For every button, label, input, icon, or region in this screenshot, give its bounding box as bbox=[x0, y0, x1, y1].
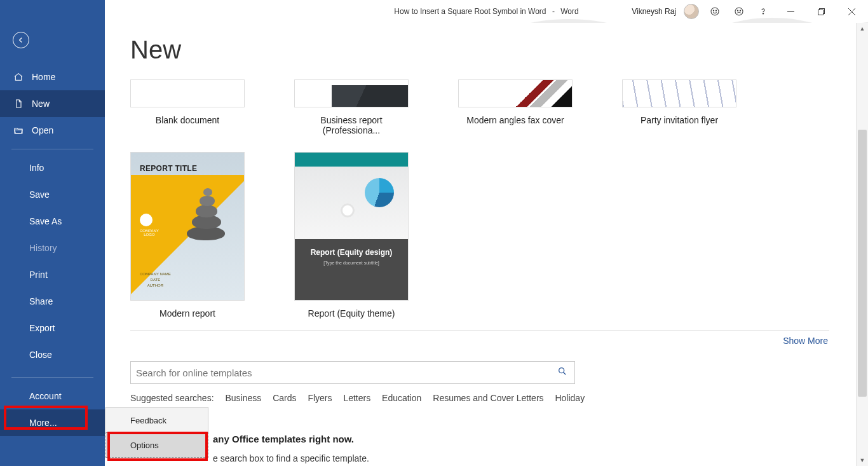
flyout-item-feedback[interactable]: Feedback bbox=[106, 408, 208, 433]
sidebar-item-close[interactable]: Close bbox=[0, 341, 105, 368]
template-label: Business report (Professiona... bbox=[294, 115, 409, 135]
template-report-equity[interactable]: Report (Equity design) [Type the documen… bbox=[294, 152, 409, 319]
scroll-thumb[interactable] bbox=[858, 130, 867, 397]
sidebar-label-close: Close bbox=[29, 350, 52, 360]
sidebar-item-save-as[interactable]: Save As bbox=[0, 208, 105, 235]
sidebar-item-export[interactable]: Export bbox=[0, 315, 105, 341]
thumb-subtitle: [Type the document subtitle] bbox=[302, 261, 400, 265]
svg-point-5 bbox=[740, 10, 740, 11]
template-thumb: ◎LogoName bbox=[294, 79, 409, 107]
sidebar-item-save[interactable]: Save bbox=[0, 181, 105, 208]
help-icon[interactable] bbox=[755, 3, 771, 20]
suggested-link[interactable]: Letters bbox=[343, 393, 370, 403]
svg-point-4 bbox=[737, 10, 738, 11]
sidebar-label-export: Export bbox=[29, 323, 55, 333]
title-bar: How to Insert a Square Root Symbol in Wo… bbox=[105, 0, 868, 23]
scroll-track[interactable] bbox=[858, 34, 867, 455]
more-flyout-menu: Feedback Options bbox=[105, 407, 208, 458]
scroll-up-icon[interactable]: ▲ bbox=[857, 23, 868, 34]
window-close-button[interactable] bbox=[840, 3, 863, 20]
doc-name: How to Insert a Square Root Symbol in Wo… bbox=[394, 7, 546, 16]
suggested-link[interactable]: Holiday bbox=[555, 393, 585, 403]
sidebar-item-account[interactable]: Account bbox=[0, 383, 105, 409]
svg-rect-9 bbox=[818, 10, 823, 15]
suggested-link[interactable]: Resumes and Cover Letters bbox=[433, 393, 543, 403]
flyout-item-options[interactable]: Options bbox=[105, 432, 208, 458]
sidebar-item-history: History bbox=[0, 235, 105, 261]
thumb-sublogo: COMPANY LOGO bbox=[140, 229, 159, 236]
template-thumb: REPORT TITLE COMPANY LOGO COMPANY NAME D… bbox=[130, 152, 245, 301]
template-thumb bbox=[622, 79, 736, 107]
template-row-1: Blank document ◎LogoName Business report… bbox=[130, 79, 832, 135]
suggested-link[interactable]: Flyers bbox=[308, 393, 332, 403]
title-separator: - bbox=[552, 7, 555, 16]
sidebar-label-save-as: Save As bbox=[29, 216, 62, 226]
svg-point-1 bbox=[713, 10, 714, 11]
frown-feedback-icon[interactable] bbox=[731, 3, 747, 20]
window-minimize-button[interactable] bbox=[779, 3, 802, 20]
account-name[interactable]: Vikneysh Raj bbox=[632, 7, 676, 16]
sidebar-separator-2 bbox=[11, 377, 93, 378]
suggested-link[interactable]: Cards bbox=[273, 393, 296, 403]
sidebar-label-open: Open bbox=[32, 125, 53, 135]
app-name: Word bbox=[560, 7, 578, 16]
search-icon[interactable] bbox=[555, 366, 569, 379]
sidebar-item-new[interactable]: New bbox=[0, 90, 105, 117]
sidebar-label-share: Share bbox=[29, 296, 53, 306]
offline-note: any Office templates right now. e search… bbox=[130, 434, 832, 463]
sidebar-separator bbox=[11, 149, 93, 149]
sidebar-item-home[interactable]: Home bbox=[0, 64, 105, 90]
suggested-link[interactable]: Business bbox=[225, 393, 261, 403]
smile-feedback-icon[interactable] bbox=[707, 3, 723, 20]
template-business-report[interactable]: ◎LogoName Business report (Professiona..… bbox=[294, 79, 409, 135]
svg-point-0 bbox=[711, 8, 719, 15]
template-label: Blank document bbox=[130, 115, 245, 125]
show-more-label: Show More bbox=[783, 336, 828, 346]
flyout-label-feedback: Feedback bbox=[130, 416, 166, 425]
template-label: Modern angles fax cover bbox=[458, 115, 573, 125]
sidebar-item-share[interactable]: Share bbox=[0, 288, 105, 315]
sidebar-item-open[interactable]: Open bbox=[0, 117, 105, 144]
sidebar-item-info[interactable]: Info bbox=[0, 154, 105, 181]
home-icon bbox=[13, 72, 24, 82]
offline-note-heading: any Office templates right now. bbox=[213, 434, 832, 444]
account-avatar[interactable] bbox=[684, 4, 699, 19]
suggested-link[interactable]: Education bbox=[382, 393, 421, 403]
template-thumb bbox=[130, 79, 245, 107]
scroll-down-icon[interactable]: ▼ bbox=[857, 455, 868, 466]
thumb-meta: COMPANY NAME DATE AUTHOR bbox=[140, 271, 171, 289]
sidebar-label-history: History bbox=[29, 243, 57, 253]
template-party-invitation[interactable]: Party invitation flyer bbox=[622, 79, 736, 135]
backstage-sidebar: Home New Open Info Save Save As History … bbox=[0, 0, 105, 466]
svg-point-6 bbox=[763, 13, 763, 14]
template-row-2: REPORT TITLE COMPANY LOGO COMPANY NAME D… bbox=[130, 152, 832, 319]
flyout-label-options: Options bbox=[130, 441, 159, 450]
template-modern-angles-fax[interactable]: Modern angles fax cover bbox=[458, 79, 573, 135]
svg-point-12 bbox=[559, 368, 564, 373]
sidebar-label-info: Info bbox=[29, 163, 44, 173]
template-modern-report[interactable]: REPORT TITLE COMPANY LOGO COMPANY NAME D… bbox=[130, 152, 245, 319]
search-input[interactable] bbox=[136, 367, 555, 378]
vertical-scrollbar[interactable]: ▲ ▼ bbox=[856, 23, 868, 466]
window-restore-button[interactable] bbox=[810, 3, 832, 20]
template-label: Report (Equity theme) bbox=[294, 308, 409, 319]
folder-open-icon bbox=[13, 125, 24, 135]
sidebar-label-home: Home bbox=[32, 72, 55, 82]
sidebar-label-account: Account bbox=[29, 391, 62, 401]
sidebar-label-print: Print bbox=[29, 270, 48, 280]
sidebar-item-print[interactable]: Print bbox=[0, 261, 105, 288]
template-thumb: Report (Equity design) [Type the documen… bbox=[294, 152, 409, 301]
thumb-title: REPORT TITLE bbox=[140, 164, 197, 173]
svg-point-3 bbox=[735, 8, 743, 15]
show-more-link[interactable]: Show More bbox=[130, 336, 829, 346]
back-button[interactable] bbox=[13, 32, 29, 48]
suggested-searches: Suggested searches: Business Cards Flyer… bbox=[130, 393, 832, 403]
sidebar-label-new: New bbox=[32, 99, 50, 109]
template-search[interactable] bbox=[130, 361, 575, 384]
template-thumb bbox=[458, 79, 573, 107]
template-blank-document[interactable]: Blank document bbox=[130, 79, 245, 135]
document-icon bbox=[13, 99, 24, 109]
template-label: Party invitation flyer bbox=[622, 115, 736, 125]
suggested-label: Suggested searches: bbox=[130, 393, 214, 403]
sidebar-item-more[interactable]: More... bbox=[0, 409, 105, 436]
